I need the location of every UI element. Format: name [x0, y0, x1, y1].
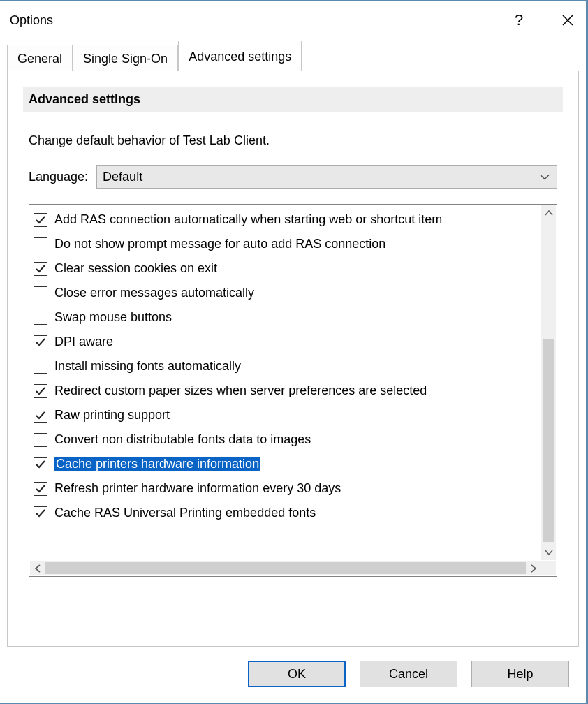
list-item[interactable]: Redirect custom paper sizes when server …	[34, 379, 541, 403]
settings-listbox: Add RAS connection automatically when st…	[29, 204, 557, 577]
chevron-down-icon	[540, 170, 550, 184]
list-item[interactable]: Install missing fonts automatically	[34, 354, 541, 379]
dialog-buttons: OK Cancel Help	[0, 661, 586, 703]
list-item-label: DPI aware	[54, 335, 113, 349]
scroll-corner	[541, 561, 556, 575]
checkbox[interactable]	[34, 433, 47, 447]
list-item[interactable]: DPI aware	[34, 330, 541, 354]
list-item[interactable]: Refresh printer hardware information eve…	[34, 476, 541, 501]
scroll-up-icon[interactable]	[541, 205, 556, 221]
checkbox[interactable]	[34, 237, 47, 251]
list-item[interactable]: Swap mouse buttons	[34, 305, 541, 330]
section-description: Change default behavior of Test Lab Clie…	[29, 133, 557, 148]
tab-general[interactable]: General	[7, 45, 73, 71]
scroll-right-icon[interactable]	[526, 561, 541, 575]
tab-advanced-settings[interactable]: Advanced settings	[178, 41, 302, 71]
scroll-left-icon[interactable]	[30, 561, 45, 575]
checkbox[interactable]	[34, 482, 47, 496]
section-header: Advanced settings	[23, 87, 563, 112]
help-icon[interactable]: ?	[510, 12, 527, 29]
checkbox[interactable]	[34, 262, 47, 276]
language-select-value: Default	[103, 170, 142, 184]
checkbox[interactable]	[34, 311, 47, 325]
list-item[interactable]: Do not show prompt message for auto add …	[34, 232, 541, 256]
list-item-label: Do not show prompt message for auto add …	[54, 237, 385, 251]
checkbox[interactable]	[34, 409, 47, 423]
cancel-button[interactable]: Cancel	[360, 661, 457, 687]
vertical-scrollbar[interactable]	[541, 205, 556, 560]
list-item-label: Redirect custom paper sizes when server …	[54, 383, 427, 398]
list-item-label: Cache printers hardware information	[54, 457, 260, 471]
checkbox[interactable]	[34, 286, 47, 300]
checkbox[interactable]	[34, 506, 47, 520]
list-item-label: Convert non distributable fonts data to …	[54, 432, 311, 447]
list-item-label: Clear session cookies on exit	[54, 261, 217, 276]
list-item-label: Raw printing support	[54, 408, 170, 423]
tab-strip: General Single Sign-On Advanced settings	[0, 40, 586, 71]
list-item-label: Install missing fonts automatically	[54, 359, 241, 374]
ok-button[interactable]: OK	[248, 661, 346, 687]
list-item-label: Close error messages automatically	[54, 286, 254, 300]
list-item[interactable]: Add RAS connection automatically when st…	[34, 207, 541, 232]
list-item-label: Add RAS connection automatically when st…	[54, 212, 442, 227]
list-item[interactable]: Convert non distributable fonts data to …	[34, 427, 541, 452]
language-select[interactable]: Default	[96, 165, 557, 189]
list-item[interactable]: Clear session cookies on exit	[34, 256, 541, 281]
language-label: Language:	[29, 170, 88, 184]
list-item-label: Swap mouse buttons	[54, 310, 172, 325]
close-icon[interactable]	[559, 12, 576, 29]
settings-list-viewport: Add RAS connection automatically when st…	[29, 205, 541, 561]
window-title: Options	[10, 13, 53, 28]
list-item-label: Refresh printer hardware information eve…	[54, 481, 341, 496]
list-item[interactable]: Cache printers hardware information	[34, 452, 541, 476]
options-dialog: Options ? General Single Sign-On Advance…	[0, 0, 588, 704]
vertical-scroll-track[interactable]	[541, 221, 556, 545]
tab-single-sign-on[interactable]: Single Sign-On	[73, 45, 178, 71]
checkbox[interactable]	[34, 384, 47, 398]
horizontal-scrollbar[interactable]	[30, 561, 541, 575]
list-item[interactable]: Cache RAS Universal Printing embedded fo…	[34, 501, 541, 525]
horizontal-scroll-thumb[interactable]	[45, 562, 526, 574]
scroll-down-icon[interactable]	[541, 545, 556, 560]
advanced-settings-panel: Advanced settings Change default behavio…	[7, 71, 579, 647]
list-item[interactable]: Close error messages automatically	[34, 281, 541, 305]
checkbox[interactable]	[34, 335, 47, 349]
list-item-label: Cache RAS Universal Printing embedded fo…	[54, 506, 316, 520]
title-controls: ?	[510, 12, 576, 29]
vertical-scroll-thumb[interactable]	[543, 339, 554, 542]
list-item[interactable]: Raw printing support	[34, 403, 541, 427]
language-row: Language: Default	[29, 165, 557, 189]
checkbox[interactable]	[34, 457, 47, 471]
horizontal-scroll-track[interactable]	[45, 561, 526, 575]
checkbox[interactable]	[34, 213, 47, 227]
titlebar: Options ?	[0, 1, 586, 40]
help-button[interactable]: Help	[471, 661, 569, 687]
checkbox[interactable]	[34, 360, 47, 374]
